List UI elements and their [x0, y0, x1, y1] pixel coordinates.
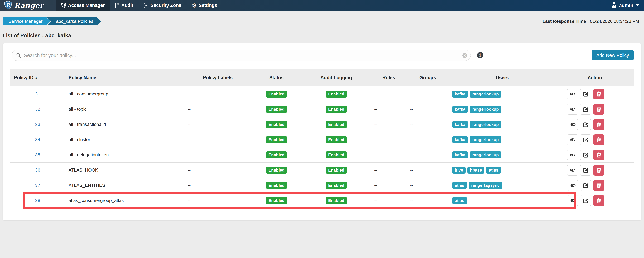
table-row: 31 all - consumergroup -- Enabled Enable… — [10, 86, 634, 101]
user-menu[interactable]: admin — [606, 0, 644, 11]
policy-id-cell: 32 — [10, 102, 65, 117]
policy-id-link[interactable]: 37 — [35, 183, 40, 188]
nav-item-label: Security Zone — [150, 3, 182, 8]
audit-logging-cell: Enabled — [302, 117, 371, 132]
status-cell: Enabled — [252, 117, 302, 132]
nav-item-label: Access Manager — [68, 3, 105, 8]
nav-item-settings[interactable]: ⚙ Settings — [186, 0, 222, 11]
action-buttons — [556, 104, 634, 115]
user-badge: kafka — [452, 136, 468, 143]
delete-policy-button[interactable] — [593, 180, 604, 191]
edit-policy-button[interactable] — [580, 134, 591, 145]
delete-policy-button[interactable] — [593, 134, 604, 145]
view-policy-button[interactable] — [567, 195, 578, 206]
nav-item-audit[interactable]: Audit — [110, 0, 138, 11]
edit-policy-button[interactable] — [580, 89, 591, 99]
edit-icon — [583, 198, 588, 203]
delete-policy-button[interactable] — [593, 165, 604, 176]
delete-policy-button[interactable] — [593, 104, 604, 115]
column-header-label: Roles — [382, 75, 395, 80]
add-new-policy-button[interactable]: Add New Policy — [592, 50, 634, 60]
roles-cell: -- — [371, 102, 407, 117]
view-policy-button[interactable] — [567, 134, 578, 145]
audit-logging-cell: Enabled — [302, 132, 371, 147]
file-icon — [115, 3, 119, 8]
edit-policy-button[interactable] — [580, 165, 591, 176]
delete-policy-button[interactable] — [593, 119, 604, 130]
view-policy-button[interactable] — [567, 104, 578, 115]
audit-badge: Enabled — [326, 91, 347, 97]
status-badge: Enabled — [266, 121, 287, 128]
clear-icon[interactable]: ✕ — [462, 53, 467, 58]
info-icon[interactable]: i — [477, 52, 483, 58]
eye-icon — [570, 183, 576, 187]
policy-labels-cell: -- — [184, 147, 252, 162]
user-badge: atlas — [452, 182, 467, 189]
policy-id-link[interactable]: 31 — [35, 91, 40, 97]
table-row: 34 all - cluster -- Enabled Enabled -- -… — [10, 132, 634, 147]
view-policy-button[interactable] — [567, 89, 578, 99]
action-buttons — [556, 119, 634, 130]
users-cell: kafkarangerlookup — [449, 147, 556, 162]
column-header-label: Policy ID — [14, 75, 34, 80]
edit-policy-button[interactable] — [580, 180, 591, 191]
user-badge: kafka — [452, 106, 468, 113]
audit-badge: Enabled — [326, 197, 347, 204]
status-badge: Enabled — [266, 182, 287, 189]
last-response-value: 01/24/2026 08:34:28 PM — [590, 19, 639, 24]
ranger-brand[interactable]: R Ranger — [0, 0, 48, 11]
view-policy-button[interactable] — [567, 150, 578, 160]
column-header-label: Policy Name — [68, 75, 96, 80]
column-header-status: Status — [252, 69, 302, 86]
breadcrumb-policies[interactable]: abc_kafka Policies — [47, 17, 101, 25]
policy-id-link[interactable]: 34 — [35, 137, 40, 142]
policy-labels-cell: -- — [184, 86, 252, 101]
search-input[interactable] — [24, 52, 461, 58]
brand-title: Ranger — [14, 2, 44, 10]
policy-name-cell: all - topic — [65, 102, 184, 117]
user-badge: kafka — [452, 121, 468, 128]
action-buttons — [556, 134, 634, 145]
delete-policy-button[interactable] — [593, 150, 604, 160]
column-header-label: Status — [269, 75, 284, 80]
eye-icon — [570, 168, 576, 172]
policy-id-link[interactable]: 33 — [35, 122, 40, 127]
table-row: 32 all - topic -- Enabled Enabled -- -- … — [10, 101, 634, 117]
nav-item-access-manager[interactable]: Access Manager — [56, 0, 110, 11]
policy-search: ✕ — [12, 50, 471, 61]
last-response-label: Last Response Time : — [542, 19, 589, 24]
delete-policy-button[interactable] — [593, 89, 604, 99]
delete-policy-button[interactable] — [593, 195, 604, 206]
edit-policy-button[interactable] — [580, 104, 591, 115]
audit-logging-cell: Enabled — [302, 86, 371, 101]
breadcrumb-service-manager[interactable]: Service Manager — [3, 17, 50, 25]
audit-logging-cell: Enabled — [302, 193, 371, 208]
column-header-policy-id[interactable]: Policy ID ▲ — [10, 69, 65, 86]
status-cell: Enabled — [252, 178, 302, 193]
nav-item-security-zone[interactable]: Security Zone — [138, 0, 187, 11]
column-header-groups: Groups — [407, 69, 449, 86]
edit-policy-button[interactable] — [580, 150, 591, 160]
eye-icon — [570, 92, 576, 96]
edit-icon — [583, 107, 588, 112]
view-policy-button[interactable] — [567, 119, 578, 130]
user-badge: rangerlookup — [470, 121, 501, 128]
edit-policy-button[interactable] — [580, 195, 591, 206]
edit-icon — [583, 137, 588, 142]
eye-icon — [570, 122, 576, 126]
policy-id-link[interactable]: 38 — [35, 198, 40, 203]
policy-id-link[interactable]: 32 — [35, 106, 40, 112]
view-policy-button[interactable] — [567, 165, 578, 176]
view-policy-button[interactable] — [567, 180, 578, 191]
policy-name-cell: ATLAS_HOOK — [65, 163, 184, 178]
policy-id-link[interactable]: 36 — [35, 167, 40, 173]
policy-id-link[interactable]: 35 — [35, 152, 40, 158]
trash-icon — [597, 107, 601, 112]
table-row: 38 atlas_consumergroup_atlas -- Enabled … — [10, 193, 634, 208]
status-badge: Enabled — [266, 106, 287, 113]
policies-card: ✕ i Add New Policy Policy ID ▲ Policy Na… — [3, 43, 641, 220]
user-badge: rangerlookup — [470, 152, 501, 158]
action-buttons — [556, 165, 634, 176]
svg-text:R: R — [6, 3, 10, 8]
edit-policy-button[interactable] — [580, 119, 591, 130]
